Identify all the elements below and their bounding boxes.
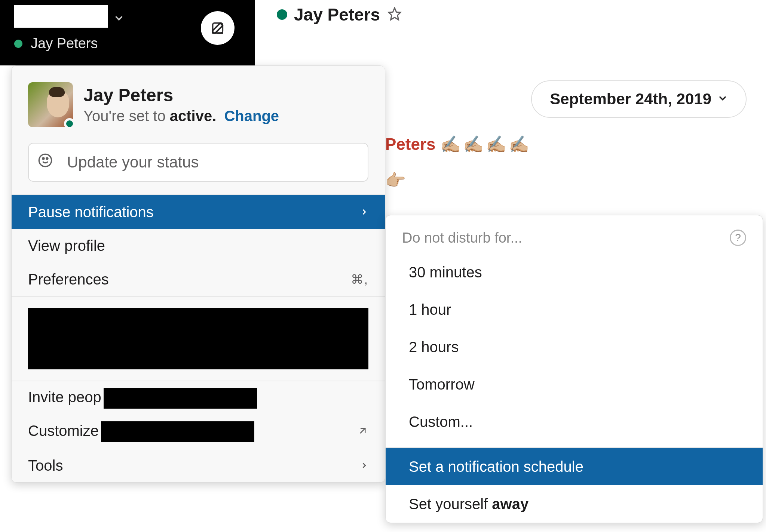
compose-button[interactable] [201,11,235,45]
chevron-right-icon [360,459,368,473]
star-icon[interactable] [387,7,402,22]
external-link-icon [357,425,368,439]
sidebar-header: Jay Peters [0,0,255,65]
user-menu-header: Jay Peters You're set to active. Change [12,66,385,141]
dnd-submenu-header: Do not disturb for... ? [386,227,763,253]
dnd-option-1-hour[interactable]: 1 hour [386,291,763,328]
change-status-link[interactable]: Change [224,108,279,124]
redacted-menu-section [28,308,368,369]
compose-icon [210,21,225,36]
redacted-inline [101,421,254,442]
menu-item-customize[interactable]: Customize [12,415,385,449]
date-pill-label: September 24th, 2019 [550,90,711,108]
menu-item-invite-people[interactable]: Invite peop [12,381,385,415]
workspace-switcher-chevron-icon[interactable] [113,12,125,27]
help-icon[interactable]: ? [730,230,746,246]
dnd-option-custom[interactable]: Custom... [386,403,763,440]
dnd-set-away[interactable]: Set yourself away [386,485,763,523]
channel-name[interactable]: Jay Peters [294,4,380,25]
emoji-picker-icon[interactable] [38,153,53,172]
redacted-inline [104,388,257,409]
user-menu-name: Jay Peters [83,85,279,105]
menu-item-tools[interactable]: Tools [12,449,385,482]
dnd-submenu: Do not disturb for... ? 30 minutes 1 hou… [385,215,763,523]
svg-point-4 [46,158,48,159]
channel-header: Jay Peters [277,4,402,25]
date-jump-pill[interactable]: September 24th, 2019 [531,80,747,118]
user-menu: Jay Peters You're set to active. Change … [11,65,385,483]
sidebar-user-name: Jay Peters [31,36,98,52]
sidebar-current-user[interactable]: Jay Peters [14,36,98,52]
menu-item-preferences[interactable]: Preferences ⌘, [12,262,385,296]
status-input-placeholder: Update your status [67,153,199,171]
pointing-hand-emoji: 👉🏼 [385,170,406,190]
dnd-option-2-hours[interactable]: 2 hours [386,328,763,366]
menu-item-pause-notifications[interactable]: Pause notifications [12,195,385,229]
chevron-down-icon [717,92,728,107]
svg-point-3 [43,158,44,159]
message-status-line: Peters ✍🏼✍🏼✍🏼✍🏼 [385,135,531,154]
svg-point-2 [39,154,51,166]
avatar[interactable] [28,82,73,127]
svg-marker-1 [389,8,401,20]
presence-dot-icon [277,9,287,20]
chevron-right-icon [360,205,368,219]
menu-item-view-profile[interactable]: View profile [12,229,385,262]
workspace-name-redacted [14,5,108,28]
presence-dot-icon [64,118,75,129]
preferences-shortcut: ⌘, [351,272,368,287]
status-input[interactable]: Update your status [28,143,368,182]
status-line-name-fragment: Peters [385,135,436,153]
user-menu-status: You're set to active. Change [83,108,279,124]
dnd-option-30-minutes[interactable]: 30 minutes [386,253,763,291]
dnd-set-schedule[interactable]: Set a notification schedule [386,448,763,485]
writing-hand-emoji-sequence: ✍🏼✍🏼✍🏼✍🏼 [440,135,531,153]
dnd-option-tomorrow[interactable]: Tomorrow [386,366,763,403]
presence-dot-icon [14,40,22,48]
